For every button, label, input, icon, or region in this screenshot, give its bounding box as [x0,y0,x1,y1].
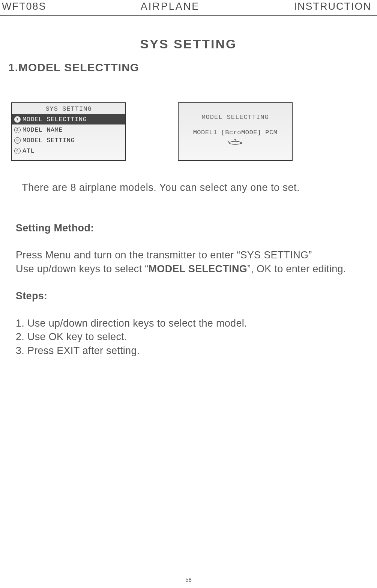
page-title: SYS SETTING [0,37,377,51]
menu-number-icon: 1 [14,116,21,123]
text-fragment: Use up/down keys to select “ [16,263,149,274]
menu-number-icon: 3 [14,137,21,144]
lcd-screen-sys-setting: SYS SETTING 1 MODEL SELECTTING 2 MODEL N… [11,102,126,161]
setting-method-line2: Use up/down keys to select “MODEL SELECT… [16,262,362,276]
menu-label: ATL [23,147,35,154]
lcd-menu-item: 1 MODEL SELECTTING [12,114,125,124]
menu-label: MODEL SETTING [23,137,75,144]
lcd-screen-model-selectting: MODEL SELECTTING MODEL1 [BcroMODE] PCM [178,102,293,161]
menu-number-icon: 2 [14,127,21,133]
menu-number-icon: 4 [14,148,21,154]
page-header: WFT08S AIRPLANE INSTRUCTION [0,0,377,16]
menu-label: MODEL NAME [23,126,63,134]
lcd-model-line: MODEL1 [BcroMODE] PCM [179,121,292,136]
lcd-title: SYS SETTING [12,103,125,114]
lcd-menu-item: 4 ATL [12,146,125,156]
svg-line-1 [228,141,229,143]
steps-heading: Steps: [16,289,362,303]
intro-text: There are 8 airplane models. You can sel… [22,182,377,194]
menu-label: MODEL SELECTTING [23,116,87,123]
header-left: WFT08S [2,1,47,12]
svg-point-0 [229,141,241,144]
step-2: 2. Use OK key to select. [16,330,362,344]
body-content: Setting Method: Press Menu and turn on t… [16,221,362,357]
page-number: 58 [0,576,377,583]
lcd-menu-item: 3 MODEL SETTING [12,135,125,146]
setting-method-heading: Setting Method: [16,221,362,235]
lcd-menu-item: 2 MODEL NAME [12,124,125,135]
airplane-icon [179,136,292,148]
lcd-title: MODEL SELECTTING [179,103,292,121]
setting-method-line1: Press Menu and turn on the transmitter t… [16,248,362,262]
step-3: 3. Press EXIT after setting. [16,344,362,357]
header-center: AIRPLANE [141,1,200,12]
header-right: INSTRUCTION [294,1,371,12]
step-1: 1. Use up/down direction keys to select … [16,316,362,330]
text-fragment: ”, OK to enter editing. [247,263,346,274]
bold-text: MODEL SELECTING [149,263,248,274]
section-heading: 1.MODEL SELECTTING [8,61,377,74]
screenshots-row: SYS SETTING 1 MODEL SELECTTING 2 MODEL N… [11,102,377,161]
